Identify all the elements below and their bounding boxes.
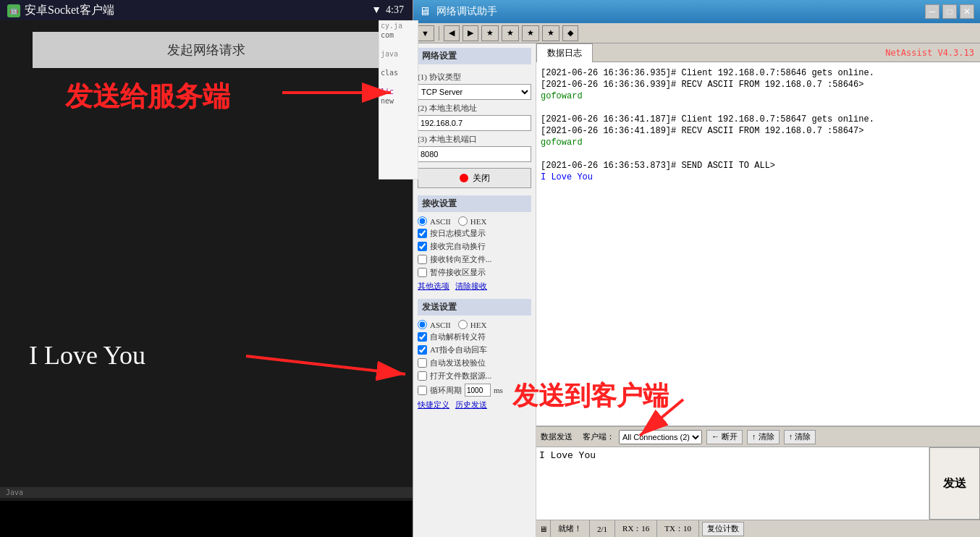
toolbar-btn-4[interactable]: ★ [502, 25, 519, 41]
svg-line-3 [246, 356, 405, 374]
send-auto-check-row: 自动发送校验位 [418, 358, 531, 368]
send-at-auto-label: AT指令自动回车 [430, 344, 487, 355]
log-entry-4: [2021-06-26 16:36:41.187]# Client 192.16… [541, 114, 976, 124]
recv-more-link[interactable]: 其他选项 [418, 281, 449, 292]
send-loop-row: 循环周期 ms [418, 384, 531, 397]
arrow-love-you [239, 334, 420, 392]
toolbar-btn-5[interactable]: ★ [522, 25, 539, 41]
send-input-row: I Love You 发送 [536, 447, 980, 520]
host-input[interactable] [418, 115, 531, 131]
send-button[interactable]: 发送 [929, 447, 980, 520]
android-app-title: 安卓Socket客户端 [25, 3, 114, 18]
netassist-icon: 🖥 [419, 5, 431, 18]
send-at-auto-row: AT指令自动回车 [418, 344, 531, 355]
send-loop-label: 循环周期 [430, 385, 462, 396]
recv-clear-link[interactable]: 清除接收 [455, 281, 487, 292]
recv-to-file-check[interactable] [418, 255, 427, 264]
log-entry-3 [541, 103, 976, 113]
close-server-btn[interactable]: 关闭 [418, 168, 531, 188]
close-btn[interactable]: ✕ [960, 4, 974, 19]
log-entry-2: gofoward [541, 91, 976, 101]
send-ascii-label: ASCII [430, 321, 451, 329]
disconnect-btn[interactable]: ← 断开 [706, 430, 743, 444]
send-toolbar: 数据发送 客户端： All Connections (2) ← 断开 ↑ 清除 … [536, 427, 980, 447]
recv-auto-newline-row: 接收完自动换行 [418, 241, 531, 252]
data-log-tab[interactable]: 数据日志 [536, 43, 593, 62]
log-entry-8: [2021-06-26 16:36:53.873]# SEND ASCII TO… [541, 161, 976, 171]
statusbar: 🖥 就绪！ 2/1 RX：16 TX：10 复位计数 [536, 520, 980, 537]
netassist-version: NetAssist V4.3.13 [885, 48, 974, 58]
recv-hex-label: HEX [470, 217, 487, 226]
send-area: 数据发送 客户端： All Connections (2) ← 断开 ↑ 清除 … [536, 426, 980, 520]
recv-log-mode-label: 按日志模式显示 [430, 228, 486, 239]
send-to-server-label: 发送给服务端 [65, 78, 230, 115]
log-entry-0: [2021-06-26 16:36:36.935]# Client 192.16… [541, 68, 976, 78]
android-wifi-icon: ▼ [371, 4, 381, 16]
send-shortcut-link[interactable]: 快捷定义 [418, 399, 449, 410]
recv-auto-newline-label: 接收完自动换行 [430, 241, 486, 252]
android-time: 4:37 [386, 4, 404, 16]
android-network-btn[interactable]: 发起网络请求 [33, 32, 380, 68]
toolbar-btn-7[interactable]: ◆ [562, 25, 578, 41]
port-input[interactable] [418, 146, 531, 162]
recv-pause-label: 暂停接收区显示 [430, 267, 486, 278]
send-ascii-radio[interactable] [418, 320, 427, 329]
close-dot-icon [460, 174, 468, 182]
recv-hex-radio[interactable] [458, 216, 468, 226]
log-entry-5: [2021-06-26 16:36:41.189]# RECV ASCII FR… [541, 126, 976, 136]
netassist-panel: 🖥 网络调试助手 ─ □ ✕ ▼ ◀ ▶ ★ ★ ★ ★ ◆ 网络设置 (1) … [413, 0, 980, 537]
reset-count-btn[interactable]: 复位计数 [702, 522, 744, 536]
sidebar: 网络设置 (1) 协议类型 TCP Server (2) 本地主机地址 (3) … [413, 43, 536, 537]
restore-btn[interactable]: □ [942, 4, 957, 19]
data-send-tab-label: 数据发送 [541, 431, 573, 442]
send-auto-escape-row: 自动解析转义符 [418, 331, 531, 342]
status-icon-img: 🖥 [539, 525, 547, 533]
recv-log-mode-check[interactable] [418, 229, 427, 238]
toolbar-btn-6[interactable]: ★ [542, 25, 559, 41]
clear-send-btn[interactable]: ↑ 清除 [784, 430, 816, 444]
netassist-titlebar: 🖥 网络调试助手 ─ □ ✕ [413, 0, 980, 23]
recv-links: 其他选项 清除接收 [418, 281, 531, 292]
recv-pause-check[interactable] [418, 268, 427, 277]
status-position: 2/1 [590, 520, 615, 537]
netassist-title: 网络调试助手 [436, 5, 497, 18]
host-label: (2) 本地主机地址 [418, 103, 531, 114]
android-statusbar-left: 🤖 安卓Socket客户端 [7, 3, 114, 18]
protocol-label: (1) 协议类型 [418, 72, 531, 83]
recv-ascii-label: ASCII [430, 217, 451, 226]
titlebar-controls: ─ □ ✕ [925, 4, 974, 19]
send-textarea[interactable]: I Love You [536, 447, 929, 520]
send-loop-input[interactable] [465, 384, 491, 397]
toolbar-btn-2[interactable]: ▶ [462, 25, 478, 41]
toolbar-dropdown[interactable]: ▼ [416, 25, 434, 41]
send-loop-unit: ms [494, 386, 503, 394]
network-settings-title: 网络设置 [418, 48, 531, 64]
data-log: [2021-06-26 16:36:36.935]# Client 192.16… [536, 62, 980, 426]
log-entry-6: gofoward [541, 138, 976, 148]
recv-ascii-row: ASCII HEX [418, 216, 531, 226]
android-main-area: 发起网络请求 发送给服务端 I Love You [0, 20, 413, 501]
toolbar-btn-3[interactable]: ★ [481, 25, 499, 41]
recv-settings-title: 接收设置 [418, 195, 531, 212]
data-area: 数据日志 NetAssist V4.3.13 [2021-06-26 16:36… [536, 43, 980, 537]
recv-log-mode-row: 按日志模式显示 [418, 228, 531, 239]
log-entry-7 [541, 149, 976, 159]
android-panel: 🤖 安卓Socket客户端 ▼ 4:37 发起网络请求 发送给服务端 I Lov… [0, 0, 413, 537]
send-history-link[interactable]: 历史发送 [455, 399, 487, 410]
status-ready: 就绪！ [551, 520, 590, 537]
protocol-select[interactable]: TCP Server [418, 84, 531, 100]
send-hex-radio[interactable] [458, 320, 468, 329]
log-entry-9: I Love You [541, 172, 976, 182]
toolbar-btn-1[interactable]: ◀ [444, 25, 460, 41]
recv-to-file-row: 接收转向至文件... [418, 254, 531, 265]
android-bottom-log: Java [0, 487, 413, 498]
recv-auto-newline-check[interactable] [418, 242, 427, 251]
status-icon: 🖥 [536, 520, 551, 537]
clear-recv-btn[interactable]: ↑ 清除 [747, 430, 780, 444]
log-entry-1: [2021-06-26 16:36:36.939]# RECV ASCII FR… [541, 80, 976, 90]
client-select[interactable]: All Connections (2) [619, 430, 702, 444]
netassist-body: 网络设置 (1) 协议类型 TCP Server (2) 本地主机地址 (3) … [413, 43, 980, 537]
port-label: (3) 本地主机端口 [418, 134, 531, 145]
recv-ascii-radio[interactable] [418, 216, 427, 226]
minimize-btn[interactable]: ─ [925, 4, 939, 19]
